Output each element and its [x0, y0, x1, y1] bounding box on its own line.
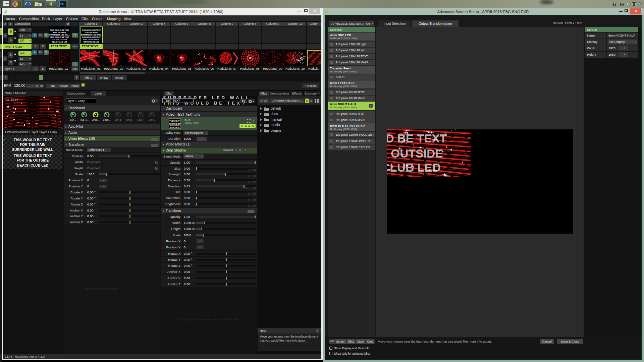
- svg-text:THIS WOULD BE TEXT: THIS WOULD BE TEXT: [50, 29, 69, 31]
- svg-text:FOR THE MAIN: FOR THE MAIN: [85, 32, 98, 34]
- svg-text:Fps: 59.94: Fps: 59.94: [5, 98, 18, 101]
- svg-text:FOR THE OUTSIDE: FOR THE OUTSIDE: [52, 39, 68, 41]
- svg-text:SURRENDER LED WALL: SURRENDER LED WALL: [49, 34, 70, 36]
- svg-text:THIS WOULD BE TEXT: THIS WOULD BE TEXT: [82, 36, 101, 38]
- svg-text:CLUB LED: CLUB LED: [387, 161, 441, 174]
- svg-text:THIS WOULD BE TEXT: THIS WOULD BE TEXT: [82, 29, 101, 31]
- svg-text:BEACH CLUB LED: BEACH CLUB LED: [52, 41, 67, 43]
- svg-text:LD BE TEXT: LD BE TEXT: [387, 132, 447, 145]
- svg-text:FOR THE OUTSIDE: FOR THE OUTSIDE: [83, 39, 99, 41]
- svg-text:FOR THE MAIN: FOR THE MAIN: [53, 32, 66, 34]
- svg-text:BEACH CLUB LED: BEACH CLUB LED: [84, 41, 99, 43]
- svg-text:SURRENDER LED WALL: SURRENDER LED WALL: [81, 34, 102, 36]
- svg-text:BEACH CLUB LED: BEACH CLUB LED: [170, 127, 179, 128]
- svg-text:OUTSIDE: OUTSIDE: [391, 147, 443, 160]
- svg-text:THIS WOULD BE TEXT: THIS WOULD BE TEXT: [50, 36, 69, 38]
